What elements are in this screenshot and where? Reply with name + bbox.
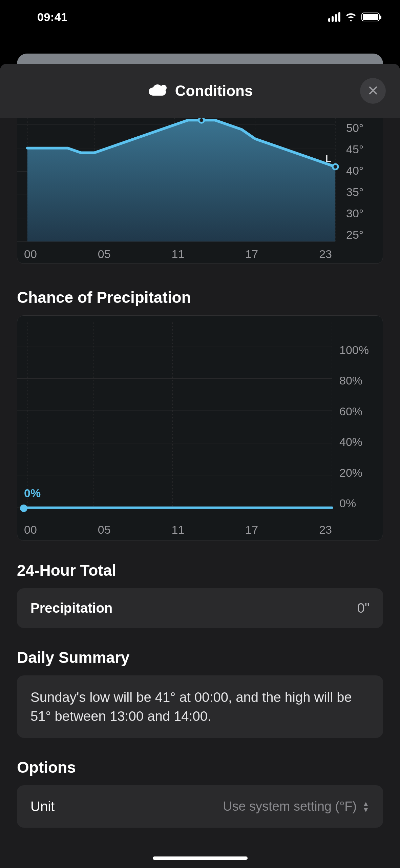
temp-y-tick: 30° [346, 207, 377, 220]
temperature-chart[interactable]: L 50° 45° 40° 35° 30° 25° 00 05 11 17 23 [17, 118, 383, 264]
unit-label: Unit [30, 799, 55, 814]
unit-option-row[interactable]: Unit Use system setting (°F) ▲▼ [17, 785, 383, 828]
cloud-icon [147, 84, 168, 98]
svg-text:L: L [325, 153, 331, 164]
sheet-header: Conditions ✕ [0, 64, 400, 118]
temp-y-tick: 45° [346, 143, 377, 156]
precip-current-label: 0% [24, 487, 41, 500]
precip-y-tick: 0% [339, 497, 377, 510]
daily-summary-panel: Sunday's low will be 41° at 00:00, and t… [17, 675, 383, 738]
precip-y-tick: 20% [339, 466, 377, 479]
precip-y-tick: 60% [339, 405, 377, 418]
conditions-sheet: Conditions ✕ [0, 64, 400, 868]
temp-x-tick: 17 [245, 248, 258, 261]
precip-x-tick: 11 [172, 523, 185, 536]
precipitation-total-row: Precipitation 0" [17, 588, 383, 628]
temp-x-tick: 05 [98, 248, 111, 261]
precipitation-chart[interactable]: 0% 100% 80% 60% 40% 20% 0% 00 05 11 17 2… [17, 315, 383, 541]
stepper-icon: ▲▼ [362, 802, 370, 811]
status-bar: 09:41 [0, 0, 400, 34]
svg-point-0 [161, 85, 167, 91]
precip-section-title: Chance of Precipitation [17, 288, 383, 307]
temp-y-tick: 40° [346, 164, 377, 177]
temp-y-tick: 35° [346, 185, 377, 199]
home-indicator[interactable] [153, 856, 248, 860]
temp-x-tick: 23 [319, 248, 332, 261]
temp-y-tick: 50° [346, 121, 377, 135]
close-button[interactable]: ✕ [360, 78, 386, 104]
precip-current-marker [20, 505, 27, 512]
precip-x-tick: 17 [245, 523, 258, 536]
total-label: Precipitation [30, 600, 112, 616]
battery-icon [361, 13, 380, 21]
cellular-signal-icon [328, 12, 340, 22]
unit-value: Use system setting (°F) [223, 799, 357, 814]
summary-section-title: Daily Summary [17, 648, 383, 667]
close-icon: ✕ [367, 84, 379, 98]
precip-x-tick: 05 [98, 523, 111, 536]
temp-y-tick: 25° [346, 228, 377, 241]
options-section-title: Options [17, 758, 383, 776]
summary-text: Sunday's low will be 41° at 00:00, and t… [30, 688, 370, 726]
wifi-icon [345, 13, 357, 21]
precip-y-tick: 80% [339, 374, 377, 387]
svg-point-13 [333, 164, 338, 170]
precip-y-tick: 100% [339, 343, 377, 357]
precip-y-tick: 40% [339, 435, 377, 449]
total-value: 0" [357, 600, 370, 616]
status-time: 09:41 [37, 11, 67, 24]
sheet-title: Conditions [175, 82, 253, 99]
precip-x-tick: 00 [24, 523, 37, 536]
temp-x-tick: 00 [24, 248, 37, 261]
svg-point-12 [199, 118, 204, 123]
temp-x-tick: 11 [172, 248, 185, 261]
precip-x-tick: 23 [319, 523, 332, 536]
total-section-title: 24-Hour Total [17, 561, 383, 579]
status-right [328, 12, 380, 22]
